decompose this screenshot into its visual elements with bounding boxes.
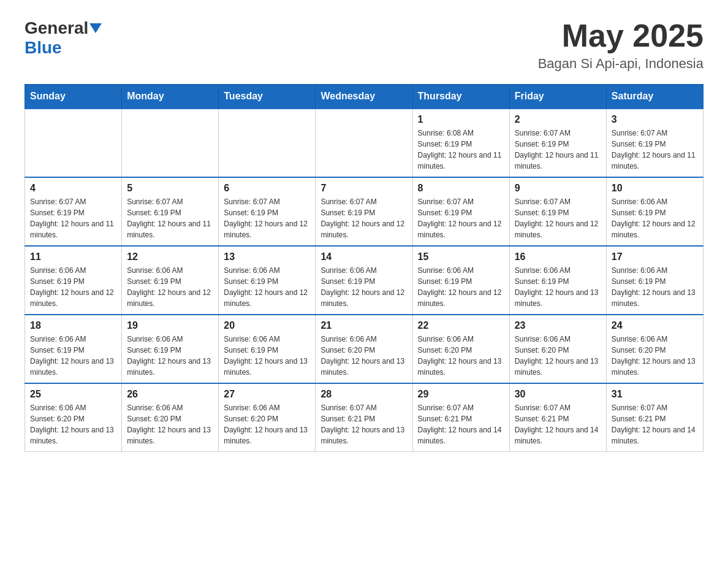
calendar-week-row: 25Sunrise: 6:06 AMSunset: 6:20 PMDayligh… xyxy=(25,383,703,452)
day-number: 27 xyxy=(224,389,310,400)
calendar-cell: 22Sunrise: 6:06 AMSunset: 6:20 PMDayligh… xyxy=(412,315,509,383)
day-info: Sunrise: 6:06 AMSunset: 6:19 PMDaylight:… xyxy=(127,265,213,309)
calendar-cell xyxy=(316,109,412,177)
day-of-week-header: Sunday xyxy=(25,85,122,109)
day-info: Sunrise: 6:06 AMSunset: 6:19 PMDaylight:… xyxy=(224,334,310,378)
day-number: 20 xyxy=(224,320,310,331)
calendar-cell: 4Sunrise: 6:07 AMSunset: 6:19 PMDaylight… xyxy=(25,177,122,246)
calendar-header-row: SundayMondayTuesdayWednesdayThursdayFrid… xyxy=(25,85,703,109)
day-info: Sunrise: 6:07 AMSunset: 6:19 PMDaylight:… xyxy=(612,128,698,172)
day-number: 14 xyxy=(320,251,407,262)
calendar-cell: 13Sunrise: 6:06 AMSunset: 6:19 PMDayligh… xyxy=(219,246,316,315)
day-info: Sunrise: 6:07 AMSunset: 6:19 PMDaylight:… xyxy=(127,196,213,240)
calendar-cell: 30Sunrise: 6:07 AMSunset: 6:21 PMDayligh… xyxy=(509,383,606,452)
day-number: 21 xyxy=(320,320,407,331)
month-year-title: May 2025 xyxy=(538,18,703,53)
day-of-week-header: Monday xyxy=(122,85,219,109)
day-number: 15 xyxy=(418,251,504,262)
day-info: Sunrise: 6:06 AMSunset: 6:20 PMDaylight:… xyxy=(30,402,116,446)
day-info: Sunrise: 6:06 AMSunset: 6:19 PMDaylight:… xyxy=(224,265,310,309)
day-number: 2 xyxy=(515,114,601,125)
day-info: Sunrise: 6:06 AMSunset: 6:20 PMDaylight:… xyxy=(127,402,213,446)
calendar-cell: 11Sunrise: 6:06 AMSunset: 6:19 PMDayligh… xyxy=(25,246,122,315)
day-info: Sunrise: 6:06 AMSunset: 6:19 PMDaylight:… xyxy=(320,265,407,309)
calendar-cell: 26Sunrise: 6:06 AMSunset: 6:20 PMDayligh… xyxy=(122,383,219,452)
calendar-table: SundayMondayTuesdayWednesdayThursdayFrid… xyxy=(25,84,703,452)
day-info: Sunrise: 6:06 AMSunset: 6:20 PMDaylight:… xyxy=(612,334,698,378)
day-number: 11 xyxy=(30,251,116,262)
day-info: Sunrise: 6:06 AMSunset: 6:19 PMDaylight:… xyxy=(515,265,601,309)
day-info: Sunrise: 6:07 AMSunset: 6:19 PMDaylight:… xyxy=(30,196,116,240)
calendar-cell: 9Sunrise: 6:07 AMSunset: 6:19 PMDaylight… xyxy=(509,177,606,246)
day-info: Sunrise: 6:08 AMSunset: 6:19 PMDaylight:… xyxy=(418,128,504,172)
day-number: 12 xyxy=(127,251,213,262)
day-info: Sunrise: 6:07 AMSunset: 6:21 PMDaylight:… xyxy=(418,402,504,446)
day-of-week-header: Saturday xyxy=(606,85,703,109)
day-number: 1 xyxy=(418,114,504,125)
day-info: Sunrise: 6:06 AMSunset: 6:19 PMDaylight:… xyxy=(418,265,504,309)
day-info: Sunrise: 6:07 AMSunset: 6:19 PMDaylight:… xyxy=(515,128,601,172)
logo-blue-text: Blue xyxy=(25,38,62,57)
day-of-week-header: Friday xyxy=(509,85,606,109)
day-info: Sunrise: 6:07 AMSunset: 6:21 PMDaylight:… xyxy=(320,402,407,446)
calendar-cell: 24Sunrise: 6:06 AMSunset: 6:20 PMDayligh… xyxy=(606,315,703,383)
calendar-cell: 6Sunrise: 6:07 AMSunset: 6:19 PMDaylight… xyxy=(219,177,316,246)
day-number: 9 xyxy=(515,183,601,194)
day-info: Sunrise: 6:07 AMSunset: 6:19 PMDaylight:… xyxy=(320,196,407,240)
day-number: 22 xyxy=(418,320,504,331)
day-number: 17 xyxy=(612,251,698,262)
calendar-cell: 10Sunrise: 6:06 AMSunset: 6:19 PMDayligh… xyxy=(606,177,703,246)
calendar-cell: 15Sunrise: 6:06 AMSunset: 6:19 PMDayligh… xyxy=(412,246,509,315)
calendar-week-row: 4Sunrise: 6:07 AMSunset: 6:19 PMDaylight… xyxy=(25,177,703,246)
calendar-cell: 8Sunrise: 6:07 AMSunset: 6:19 PMDaylight… xyxy=(412,177,509,246)
day-number: 10 xyxy=(612,183,698,194)
calendar-week-row: 1Sunrise: 6:08 AMSunset: 6:19 PMDaylight… xyxy=(25,109,703,177)
calendar-cell: 23Sunrise: 6:06 AMSunset: 6:20 PMDayligh… xyxy=(509,315,606,383)
day-info: Sunrise: 6:07 AMSunset: 6:19 PMDaylight:… xyxy=(224,196,310,240)
day-info: Sunrise: 6:07 AMSunset: 6:21 PMDaylight:… xyxy=(515,402,601,446)
day-info: Sunrise: 6:07 AMSunset: 6:19 PMDaylight:… xyxy=(515,196,601,240)
calendar-cell: 5Sunrise: 6:07 AMSunset: 6:19 PMDaylight… xyxy=(122,177,219,246)
day-info: Sunrise: 6:06 AMSunset: 6:20 PMDaylight:… xyxy=(320,334,407,378)
calendar-cell: 29Sunrise: 6:07 AMSunset: 6:21 PMDayligh… xyxy=(412,383,509,452)
title-section: May 2025 Bagan Si Api-api, Indonesia xyxy=(538,18,703,72)
day-of-week-header: Wednesday xyxy=(316,85,412,109)
day-number: 29 xyxy=(418,389,504,400)
day-number: 5 xyxy=(127,183,213,194)
day-number: 4 xyxy=(30,183,116,194)
logo: General Blue xyxy=(25,18,103,58)
day-info: Sunrise: 6:07 AMSunset: 6:19 PMDaylight:… xyxy=(418,196,504,240)
day-info: Sunrise: 6:06 AMSunset: 6:20 PMDaylight:… xyxy=(515,334,601,378)
calendar-cell: 3Sunrise: 6:07 AMSunset: 6:19 PMDaylight… xyxy=(606,109,703,177)
calendar-cell: 2Sunrise: 6:07 AMSunset: 6:19 PMDaylight… xyxy=(509,109,606,177)
calendar-cell: 31Sunrise: 6:07 AMSunset: 6:21 PMDayligh… xyxy=(606,383,703,452)
calendar-cell: 1Sunrise: 6:08 AMSunset: 6:19 PMDaylight… xyxy=(412,109,509,177)
calendar-cell: 19Sunrise: 6:06 AMSunset: 6:19 PMDayligh… xyxy=(122,315,219,383)
day-number: 16 xyxy=(515,251,601,262)
page-header: General Blue May 2025 Bagan Si Api-api, … xyxy=(25,18,703,72)
day-info: Sunrise: 6:07 AMSunset: 6:21 PMDaylight:… xyxy=(612,402,698,446)
day-number: 19 xyxy=(127,320,213,331)
calendar-cell: 20Sunrise: 6:06 AMSunset: 6:19 PMDayligh… xyxy=(219,315,316,383)
calendar-cell xyxy=(25,109,122,177)
calendar-cell: 21Sunrise: 6:06 AMSunset: 6:20 PMDayligh… xyxy=(316,315,412,383)
day-number: 28 xyxy=(320,389,407,400)
day-number: 26 xyxy=(127,389,213,400)
calendar-cell: 7Sunrise: 6:07 AMSunset: 6:19 PMDaylight… xyxy=(316,177,412,246)
day-info: Sunrise: 6:06 AMSunset: 6:20 PMDaylight:… xyxy=(418,334,504,378)
day-number: 6 xyxy=(224,183,310,194)
day-of-week-header: Tuesday xyxy=(219,85,316,109)
calendar-week-row: 11Sunrise: 6:06 AMSunset: 6:19 PMDayligh… xyxy=(25,246,703,315)
day-info: Sunrise: 6:06 AMSunset: 6:19 PMDaylight:… xyxy=(612,196,698,240)
calendar-cell: 17Sunrise: 6:06 AMSunset: 6:19 PMDayligh… xyxy=(606,246,703,315)
calendar-cell: 16Sunrise: 6:06 AMSunset: 6:19 PMDayligh… xyxy=(509,246,606,315)
calendar-cell: 25Sunrise: 6:06 AMSunset: 6:20 PMDayligh… xyxy=(25,383,122,452)
day-number: 23 xyxy=(515,320,601,331)
day-number: 7 xyxy=(320,183,407,194)
day-number: 8 xyxy=(418,183,504,194)
calendar-cell: 18Sunrise: 6:06 AMSunset: 6:19 PMDayligh… xyxy=(25,315,122,383)
day-info: Sunrise: 6:06 AMSunset: 6:19 PMDaylight:… xyxy=(127,334,213,378)
calendar-week-row: 18Sunrise: 6:06 AMSunset: 6:19 PMDayligh… xyxy=(25,315,703,383)
calendar-cell: 27Sunrise: 6:06 AMSunset: 6:20 PMDayligh… xyxy=(219,383,316,452)
calendar-cell: 14Sunrise: 6:06 AMSunset: 6:19 PMDayligh… xyxy=(316,246,412,315)
